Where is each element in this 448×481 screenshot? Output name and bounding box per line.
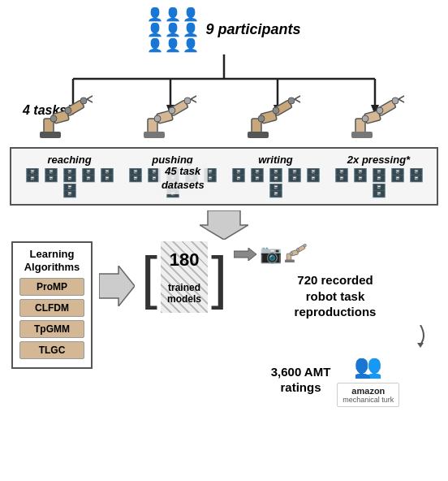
- db-icon: 🗄️: [99, 169, 115, 182]
- person-icon: 👤: [165, 22, 181, 37]
- task-reaching-label: reaching: [47, 154, 91, 166]
- db-icon: 🗄️: [408, 169, 424, 182]
- reaching-stacks: 🗄️ 🗄️ 🗄️ 🗄️ 🗄️ 🗄️: [18, 169, 121, 197]
- person-icon: 👤: [183, 37, 199, 53]
- db-icon: 🗄️: [127, 169, 144, 182]
- svg-point-33: [288, 98, 295, 104]
- participants-section: 👤 👤 👤 👤 👤 👤 👤 👤 👤 9 participants: [8, 6, 440, 144]
- person-icon: 👤: [183, 22, 199, 37]
- recorded-text: 720 recorded robot task reproductions: [234, 272, 437, 320]
- algo-tlgc: TLGC: [19, 341, 84, 359]
- svg-line-35: [295, 96, 300, 99]
- amazon-sub: mechanical turk: [342, 396, 394, 404]
- person-icon: 👤: [183, 6, 199, 22]
- db-icon: 🗄️: [268, 184, 284, 197]
- svg-marker-48: [234, 248, 256, 261]
- right-bracket: ]: [211, 251, 227, 304]
- svg-point-22: [154, 115, 161, 122]
- large-right-arrow: [99, 266, 135, 306]
- task-writing: writing 🗄️ 🗄️ 🗄️ 🗄️ 🗄️ 🗄️: [224, 154, 327, 197]
- amt-row: 3,600 AMT ratings 👥 amazon mechanical tu…: [234, 353, 437, 407]
- db-icon: 🗄️: [334, 169, 350, 182]
- algo-promp: ProMP: [19, 278, 84, 296]
- db-icon: 🗄️: [24, 169, 41, 182]
- curved-down-arrow: [412, 325, 429, 348]
- db-icon: 🗄️: [268, 169, 284, 182]
- writing-stacks: 🗄️ 🗄️ 🗄️ 🗄️ 🗄️ 🗄️: [224, 169, 327, 197]
- db-icon: 🗄️: [43, 169, 59, 182]
- svg-point-13: [50, 115, 57, 122]
- left-bracket: [: [141, 251, 157, 304]
- trained-number: 180: [167, 249, 201, 271]
- participants-row: 👤 👤 👤 👤 👤 👤 👤 👤 👤 9 participants: [147, 6, 300, 53]
- pressing-stacks: 🗄️ 🗄️ 🗄️ 🗄️ 🗄️ 🗄️: [327, 169, 430, 197]
- task-pressing: 2x pressing* 🗄️ 🗄️ 🗄️ 🗄️ 🗄️ 🗄️: [327, 154, 430, 197]
- db-icon: 🗄️: [249, 169, 265, 182]
- algorithms-title: Learning Algorithms: [19, 248, 84, 273]
- person-icon: 👤: [147, 6, 163, 22]
- svg-point-24: [184, 98, 191, 104]
- trained-models-content: 180 trained models: [161, 241, 208, 313]
- svg-line-26: [191, 96, 196, 99]
- svg-rect-25: [144, 132, 165, 138]
- robot-arm-1: [40, 94, 97, 144]
- amt-text: 3,600 AMT ratings: [271, 364, 331, 396]
- db-icon: 🗄️: [352, 169, 368, 182]
- svg-point-14: [65, 107, 71, 114]
- svg-rect-34: [248, 132, 269, 138]
- svg-line-45: [398, 99, 404, 102]
- amazon-logo: amazon: [342, 386, 394, 396]
- db-icon: 🗄️: [390, 169, 406, 182]
- bracket-container: [ 180 trained models ]: [141, 241, 227, 313]
- svg-point-32: [273, 107, 279, 114]
- svg-point-15: [80, 98, 87, 104]
- db-icon: 🗄️: [371, 184, 387, 197]
- recorded-row: 📷: [234, 241, 437, 267]
- task-writing-label: writing: [258, 154, 293, 166]
- svg-marker-46: [200, 210, 248, 240]
- svg-point-31: [258, 115, 265, 122]
- curved-arrow-area: [234, 325, 437, 348]
- svg-point-42: [392, 98, 398, 104]
- robot-arm-3: [248, 94, 304, 144]
- robots-row: [8, 94, 440, 144]
- db-icon: 🗄️: [286, 169, 303, 182]
- algorithms-box: Learning Algorithms ProMP CLFDM TpGMM TL…: [11, 241, 93, 369]
- svg-point-40: [362, 115, 368, 122]
- db-icon: 🗄️: [62, 169, 78, 182]
- robot-small: [285, 241, 311, 267]
- amazon-box: amazon mechanical turk: [337, 383, 399, 407]
- big-down-arrow: [200, 210, 248, 240]
- big-down-arrow-row: [8, 210, 440, 240]
- main-diagram: 👤 👤 👤 👤 👤 👤 👤 👤 👤 9 participants: [0, 0, 448, 481]
- robot-arm-2: [144, 94, 200, 144]
- svg-line-18: [87, 99, 93, 102]
- trained-label: trained models: [167, 271, 201, 305]
- task-pressing-label: 2x pressing*: [347, 154, 410, 166]
- camera-icon: 📷: [260, 244, 282, 265]
- db-icon: 🗄️: [230, 169, 247, 182]
- svg-marker-56: [417, 343, 424, 348]
- svg-point-52: [290, 252, 293, 255]
- tasks-datasets-box: reaching 🗄️ 🗄️ 🗄️ 🗄️ 🗄️ 🗄️ pushing 🗄️ 🗄️…: [10, 147, 438, 206]
- bottom-section: Learning Algorithms ProMP CLFDM TpGMM TL…: [8, 241, 440, 407]
- svg-rect-43: [351, 132, 373, 138]
- db-icon: 🗄️: [62, 184, 78, 197]
- svg-rect-55: [285, 259, 295, 262]
- task-reaching: reaching 🗄️ 🗄️ 🗄️ 🗄️ 🗄️ 🗄️: [18, 154, 121, 197]
- svg-rect-16: [40, 132, 61, 138]
- person-icon: 👤: [147, 22, 163, 37]
- participants-icons: 👤 👤 👤 👤 👤 👤 👤 👤 👤: [147, 6, 199, 53]
- small-right-arrow-1: [234, 248, 256, 261]
- algo-tpgmm: TpGMM: [19, 320, 84, 338]
- svg-point-41: [377, 107, 383, 114]
- robot-arm-4: [351, 94, 408, 144]
- svg-line-44: [398, 96, 404, 99]
- svg-line-36: [295, 99, 300, 102]
- db-icon: 🗄️: [305, 169, 321, 182]
- algo-clfdm: CLFDM: [19, 299, 84, 317]
- svg-point-54: [304, 244, 307, 247]
- svg-line-27: [191, 99, 196, 102]
- svg-marker-47: [99, 266, 135, 306]
- right-section: 📷 720 recorded robot task reproductions: [234, 241, 437, 407]
